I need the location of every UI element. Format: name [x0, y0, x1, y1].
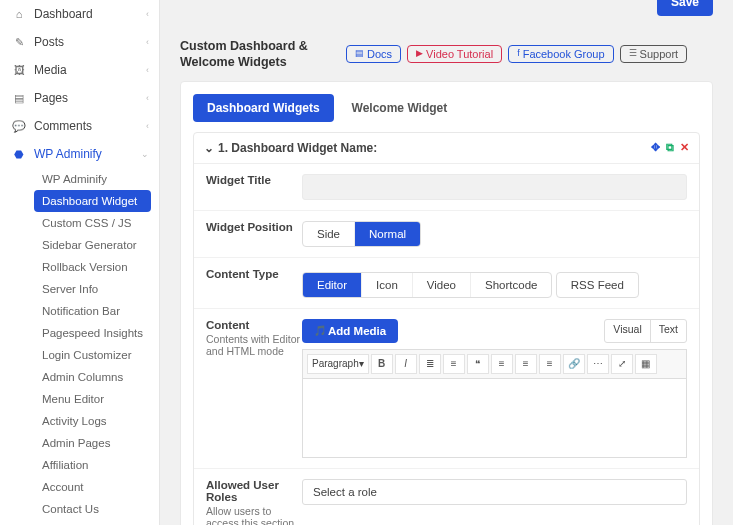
header-bar: Custom Dashboard & Welcome Widgets ▤Docs…: [160, 20, 733, 81]
tab-welcome-widget[interactable]: Welcome Widget: [338, 94, 462, 122]
label-widget-position: Widget Position: [206, 221, 302, 247]
support-link[interactable]: ☰Support: [620, 45, 688, 63]
move-icon[interactable]: ✥: [651, 141, 660, 154]
sidebar-subitem[interactable]: Pagespeed Insights: [34, 322, 159, 344]
sidebar-item[interactable]: ✎Posts‹: [0, 28, 159, 56]
bullet-list-button[interactable]: ≣: [419, 354, 441, 374]
bold-button[interactable]: B: [371, 354, 393, 374]
editor-mode-tabs: Visual Text: [604, 319, 687, 343]
toolbar-toggle-button[interactable]: ▦: [635, 354, 657, 374]
content-editor[interactable]: [302, 378, 687, 458]
sidebar-subitem[interactable]: Dashboard Widget: [34, 190, 151, 212]
label-content: Content Contents with Editor and HTML mo…: [206, 319, 302, 458]
content-type-group: Editor Icon Video Shortcode: [302, 272, 552, 298]
docs-icon: ▤: [355, 49, 364, 59]
chevron-down-icon: ⌄: [141, 149, 149, 159]
widget-card: ⌄ 1. Dashboard Widget Name: ✥ ⧉ ✕ Widget…: [193, 132, 700, 526]
sidebar-subitem[interactable]: Server Info: [34, 278, 159, 300]
panel-tabs: Dashboard Widgets Welcome Widget: [193, 94, 700, 122]
tab-dashboard-widgets[interactable]: Dashboard Widgets: [193, 94, 334, 122]
sidebar-item-label: Media: [34, 63, 67, 77]
widget-name: 1. Dashboard Widget Name:: [218, 141, 377, 155]
sidebar-subitem[interactable]: Rollback Version: [34, 256, 159, 278]
facebook-icon: f: [517, 49, 520, 59]
sidebar-item[interactable]: 💬Comments‹: [0, 112, 159, 140]
label-allowed-roles: Allowed User Roles Allow users to access…: [206, 479, 302, 526]
widget-header[interactable]: ⌄ 1. Dashboard Widget Name: ✥ ⧉ ✕: [194, 133, 699, 164]
sidebar-item-label: Pages: [34, 91, 68, 105]
allowed-roles-select[interactable]: Select a role: [302, 479, 687, 505]
menu-icon: ⌂: [12, 8, 26, 20]
sidebar-item[interactable]: ▤Pages‹: [0, 84, 159, 112]
sidebar-subitem[interactable]: WP Adminify: [34, 168, 159, 190]
number-list-button[interactable]: ≡: [443, 354, 465, 374]
type-icon[interactable]: Icon: [362, 273, 413, 297]
chevron-icon: ‹: [146, 9, 149, 19]
editor-toolbar: Paragraph ▾ B I ≣ ≡ ❝ ≡ ≡ ≡ 🔗 ⋯ ⤢ ▦: [302, 349, 687, 378]
sidebar-item[interactable]: 🖼Media‹: [0, 56, 159, 84]
chevron-icon: ‹: [146, 93, 149, 103]
menu-icon: ▤: [12, 92, 26, 105]
menu-icon: 💬: [12, 120, 26, 133]
sidebar-subitem[interactable]: Notification Bar: [34, 300, 159, 322]
label-content-type: Content Type: [206, 268, 302, 298]
widget-title-input[interactable]: [302, 174, 687, 200]
sidebar-subitem[interactable]: Custom CSS / JS: [34, 212, 159, 234]
type-video[interactable]: Video: [413, 273, 471, 297]
label-widget-title: Widget Title: [206, 174, 302, 200]
admin-sidebar: ⌂Dashboard‹✎Posts‹🖼Media‹▤Pages‹💬Comment…: [0, 0, 160, 525]
chevron-icon: ‹: [146, 65, 149, 75]
type-shortcode[interactable]: Shortcode: [471, 273, 551, 297]
sidebar-subitem[interactable]: Activity Logs: [34, 410, 159, 432]
page-title: Custom Dashboard & Welcome Widgets: [180, 38, 340, 71]
sidebar-subitem[interactable]: Support Forum: [34, 520, 159, 525]
adminify-icon: ⬣: [12, 148, 26, 161]
blockquote-button[interactable]: ❝: [467, 354, 489, 374]
sidebar-subitem[interactable]: Admin Columns: [34, 366, 159, 388]
docs-link[interactable]: ▤Docs: [346, 45, 401, 63]
delete-icon[interactable]: ✕: [680, 141, 689, 154]
sidebar-item-label: Comments: [34, 119, 92, 133]
position-side[interactable]: Side: [303, 222, 355, 246]
main-content: Save Custom Dashboard & Welcome Widgets …: [160, 0, 733, 525]
sidebar-item-label: Posts: [34, 35, 64, 49]
type-rss[interactable]: RSS Feed: [557, 273, 638, 297]
play-icon: ▶: [416, 49, 423, 59]
menu-icon: ✎: [12, 36, 26, 49]
video-tutorial-link[interactable]: ▶Video Tutorial: [407, 45, 502, 63]
italic-button[interactable]: I: [395, 354, 417, 374]
support-icon: ☰: [629, 49, 637, 59]
menu-icon: 🖼: [12, 64, 26, 76]
chevron-down-icon: ⌄: [204, 141, 214, 155]
sidebar-subitem[interactable]: Login Customizer: [34, 344, 159, 366]
chevron-icon: ‹: [146, 37, 149, 47]
sidebar-item-label: Dashboard: [34, 7, 93, 21]
widget-position-group: Side Normal: [302, 221, 421, 247]
format-select[interactable]: Paragraph ▾: [307, 354, 369, 374]
sidebar-subitem[interactable]: Admin Pages: [34, 432, 159, 454]
position-normal[interactable]: Normal: [355, 222, 420, 246]
sidebar-item[interactable]: ⌂Dashboard‹: [0, 0, 159, 28]
sidebar-item-wp-adminify[interactable]: ⬣ WP Adminify ⌄: [0, 140, 159, 168]
align-center-button[interactable]: ≡: [515, 354, 537, 374]
sidebar-subitem[interactable]: Contact Us: [34, 498, 159, 520]
mode-text[interactable]: Text: [651, 320, 686, 342]
facebook-group-link[interactable]: fFacebook Group: [508, 45, 613, 63]
sidebar-subitem[interactable]: Account: [34, 476, 159, 498]
fullscreen-button[interactable]: ⤢: [611, 354, 633, 374]
more-button[interactable]: ⋯: [587, 354, 609, 374]
mode-visual[interactable]: Visual: [605, 320, 650, 342]
save-button[interactable]: Save: [657, 0, 713, 16]
add-media-button[interactable]: Add Media: [302, 319, 398, 343]
type-editor[interactable]: Editor: [303, 273, 362, 297]
sidebar-subitem[interactable]: Affiliation: [34, 454, 159, 476]
sidebar-item-label: WP Adminify: [34, 147, 102, 161]
align-right-button[interactable]: ≡: [539, 354, 561, 374]
link-button[interactable]: 🔗: [563, 354, 585, 374]
align-left-button[interactable]: ≡: [491, 354, 513, 374]
sidebar-subitem[interactable]: Sidebar Generator: [34, 234, 159, 256]
chevron-icon: ‹: [146, 121, 149, 131]
duplicate-icon[interactable]: ⧉: [666, 141, 674, 154]
sidebar-subitem[interactable]: Menu Editor: [34, 388, 159, 410]
settings-panel: Dashboard Widgets Welcome Widget ⌄ 1. Da…: [180, 81, 713, 526]
